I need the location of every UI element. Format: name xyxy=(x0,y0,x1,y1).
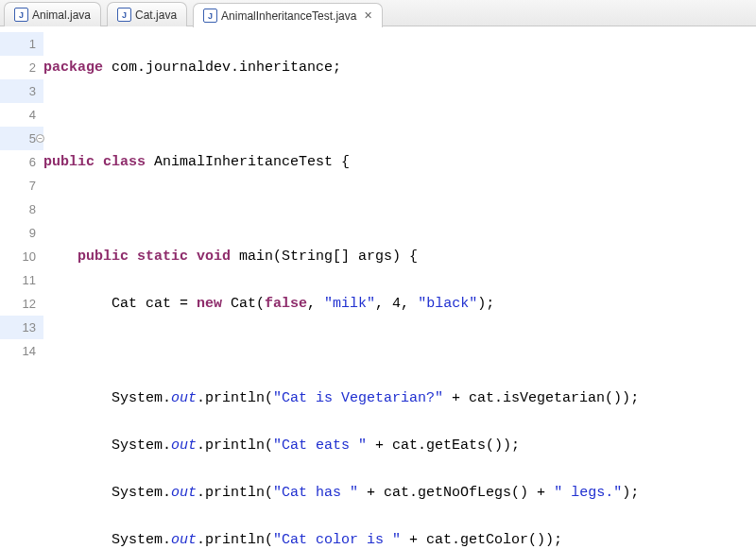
java-file-icon: J xyxy=(203,9,217,23)
line-number: 13 xyxy=(0,316,43,339)
line-number: 11 xyxy=(0,268,43,292)
line-number: 5− xyxy=(0,127,43,150)
fold-icon[interactable]: − xyxy=(36,134,44,143)
line-number: 2 xyxy=(0,56,43,79)
code-content[interactable]: package com.journaldev.inheritance; publ… xyxy=(43,26,756,549)
tab-cat-java[interactable]: J Cat.java xyxy=(107,2,187,26)
tab-label: Animal.java xyxy=(32,9,91,22)
java-file-icon: J xyxy=(14,8,28,22)
code-editor[interactable]: 1 2 3 4 5− 6 7 8 9 10 11 12 13 14 packag… xyxy=(0,26,756,549)
line-number: 3 xyxy=(0,79,43,103)
line-number: 14 xyxy=(0,339,43,363)
line-number: 6 xyxy=(0,150,43,174)
line-number: 7 xyxy=(0,174,43,197)
line-number: 12 xyxy=(0,292,43,316)
tab-label: Cat.java xyxy=(135,9,177,22)
close-icon[interactable]: ✕ xyxy=(364,9,372,22)
line-number: 10 xyxy=(0,245,43,268)
line-number: 1 xyxy=(0,32,43,56)
tab-label: AnimalInheritanceTest.java xyxy=(221,9,356,23)
line-number-gutter: 1 2 3 4 5− 6 7 8 9 10 11 12 13 14 xyxy=(0,26,43,549)
line-number: 4 xyxy=(0,103,43,127)
line-number: 9 xyxy=(0,221,43,245)
java-file-icon: J xyxy=(117,8,131,22)
editor-tab-bar: J Animal.java J Cat.java J AnimalInherit… xyxy=(0,0,756,26)
tab-animal-java[interactable]: J Animal.java xyxy=(4,2,101,26)
line-number: 8 xyxy=(0,197,43,221)
tab-animalinheritancetest-java[interactable]: J AnimalInheritanceTest.java ✕ xyxy=(193,3,383,27)
